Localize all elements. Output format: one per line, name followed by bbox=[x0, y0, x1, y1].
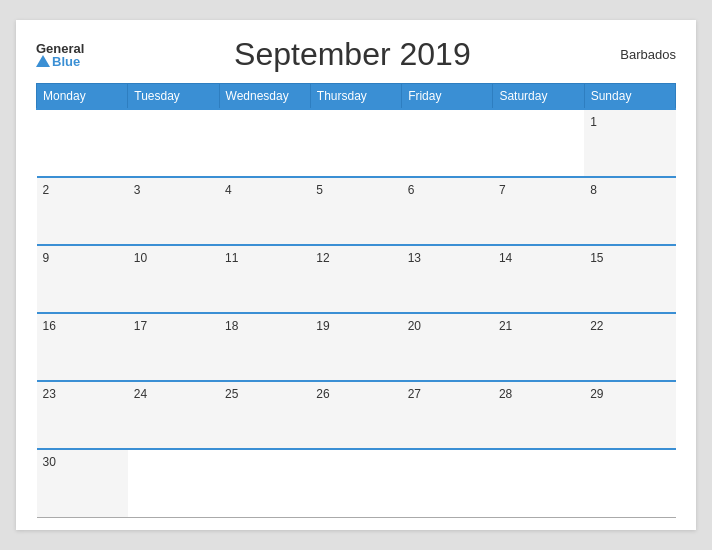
calendar-cell: 11 bbox=[219, 245, 310, 313]
calendar-cell bbox=[219, 449, 310, 517]
day-number: 5 bbox=[316, 183, 323, 197]
day-number: 26 bbox=[316, 387, 329, 401]
calendar-cell bbox=[402, 449, 493, 517]
calendar-cell: 27 bbox=[402, 381, 493, 449]
logo-blue-row: Blue bbox=[36, 55, 84, 68]
calendar-cell: 30 bbox=[37, 449, 128, 517]
header-row: MondayTuesdayWednesdayThursdayFridaySatu… bbox=[37, 84, 676, 110]
country-label: Barbados bbox=[620, 47, 676, 62]
calendar-cell: 4 bbox=[219, 177, 310, 245]
calendar-cell: 16 bbox=[37, 313, 128, 381]
logo-general-text: General bbox=[36, 42, 84, 55]
calendar-cell: 29 bbox=[584, 381, 675, 449]
calendar-cell: 3 bbox=[128, 177, 219, 245]
calendar-cell: 18 bbox=[219, 313, 310, 381]
calendar-cell: 14 bbox=[493, 245, 584, 313]
day-number: 21 bbox=[499, 319, 512, 333]
day-number: 28 bbox=[499, 387, 512, 401]
calendar-cell bbox=[37, 109, 128, 177]
calendar-cell: 10 bbox=[128, 245, 219, 313]
week-row-3: 9101112131415 bbox=[37, 245, 676, 313]
week-row-6: 30 bbox=[37, 449, 676, 517]
calendar-cell: 23 bbox=[37, 381, 128, 449]
calendar-cell bbox=[493, 449, 584, 517]
day-number: 9 bbox=[43, 251, 50, 265]
calendar-cell bbox=[493, 109, 584, 177]
calendar-cell: 9 bbox=[37, 245, 128, 313]
col-header-friday: Friday bbox=[402, 84, 493, 110]
calendar-cell: 22 bbox=[584, 313, 675, 381]
calendar-cell: 13 bbox=[402, 245, 493, 313]
day-number: 11 bbox=[225, 251, 238, 265]
calendar-cell bbox=[402, 109, 493, 177]
calendar-cell bbox=[128, 449, 219, 517]
logo-blue-text: Blue bbox=[52, 55, 80, 68]
day-number: 8 bbox=[590, 183, 597, 197]
day-number: 1 bbox=[590, 115, 597, 129]
calendar-header: General Blue September 2019 Barbados bbox=[36, 36, 676, 73]
calendar-cell bbox=[310, 449, 401, 517]
col-header-thursday: Thursday bbox=[310, 84, 401, 110]
col-header-saturday: Saturday bbox=[493, 84, 584, 110]
calendar-cell: 7 bbox=[493, 177, 584, 245]
day-number: 15 bbox=[590, 251, 603, 265]
day-number: 3 bbox=[134, 183, 141, 197]
calendar-cell: 26 bbox=[310, 381, 401, 449]
day-number: 14 bbox=[499, 251, 512, 265]
day-number: 22 bbox=[590, 319, 603, 333]
day-number: 6 bbox=[408, 183, 415, 197]
day-number: 24 bbox=[134, 387, 147, 401]
calendar-cell bbox=[128, 109, 219, 177]
calendar-cell: 1 bbox=[584, 109, 675, 177]
day-number: 18 bbox=[225, 319, 238, 333]
week-row-5: 23242526272829 bbox=[37, 381, 676, 449]
day-number: 27 bbox=[408, 387, 421, 401]
calendar-cell: 24 bbox=[128, 381, 219, 449]
day-number: 7 bbox=[499, 183, 506, 197]
calendar-cell: 21 bbox=[493, 313, 584, 381]
day-number: 4 bbox=[225, 183, 232, 197]
calendar-cell: 15 bbox=[584, 245, 675, 313]
col-header-wednesday: Wednesday bbox=[219, 84, 310, 110]
day-number: 25 bbox=[225, 387, 238, 401]
calendar-container: General Blue September 2019 Barbados Mon… bbox=[16, 20, 696, 530]
week-row-4: 16171819202122 bbox=[37, 313, 676, 381]
calendar-cell: 12 bbox=[310, 245, 401, 313]
calendar-cell: 17 bbox=[128, 313, 219, 381]
calendar-cell: 5 bbox=[310, 177, 401, 245]
week-row-1: 1 bbox=[37, 109, 676, 177]
calendar-cell bbox=[584, 449, 675, 517]
calendar-cell: 20 bbox=[402, 313, 493, 381]
calendar-cell bbox=[219, 109, 310, 177]
calendar-title: September 2019 bbox=[84, 36, 620, 73]
day-number: 20 bbox=[408, 319, 421, 333]
logo: General Blue bbox=[36, 42, 84, 68]
day-number: 13 bbox=[408, 251, 421, 265]
calendar-table: MondayTuesdayWednesdayThursdayFridaySatu… bbox=[36, 83, 676, 518]
logo-triangle-icon bbox=[36, 55, 50, 67]
calendar-cell: 6 bbox=[402, 177, 493, 245]
day-number: 23 bbox=[43, 387, 56, 401]
calendar-cell: 25 bbox=[219, 381, 310, 449]
day-number: 2 bbox=[43, 183, 50, 197]
calendar-cell: 19 bbox=[310, 313, 401, 381]
day-number: 12 bbox=[316, 251, 329, 265]
day-number: 19 bbox=[316, 319, 329, 333]
day-number: 16 bbox=[43, 319, 56, 333]
day-number: 10 bbox=[134, 251, 147, 265]
calendar-cell: 2 bbox=[37, 177, 128, 245]
calendar-cell: 8 bbox=[584, 177, 675, 245]
col-header-tuesday: Tuesday bbox=[128, 84, 219, 110]
day-number: 30 bbox=[43, 455, 56, 469]
calendar-cell: 28 bbox=[493, 381, 584, 449]
calendar-cell bbox=[310, 109, 401, 177]
day-number: 17 bbox=[134, 319, 147, 333]
col-header-sunday: Sunday bbox=[584, 84, 675, 110]
day-number: 29 bbox=[590, 387, 603, 401]
week-row-2: 2345678 bbox=[37, 177, 676, 245]
col-header-monday: Monday bbox=[37, 84, 128, 110]
